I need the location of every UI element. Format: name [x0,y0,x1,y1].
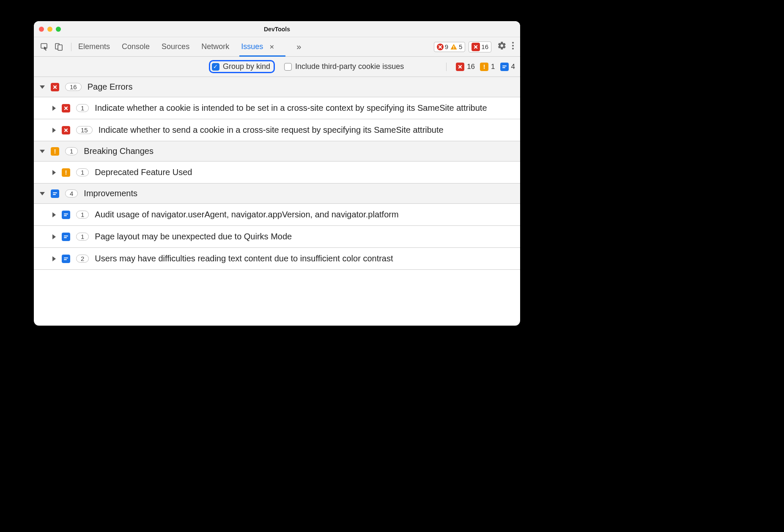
group-title: Improvements [84,189,137,198]
warning-chat-icon: ! [480,63,488,71]
include-third-party-checkbox[interactable]: Include third-party cookie issues [282,61,407,72]
titlebar: DevTools [34,21,520,37]
warning-chat-icon: ! [62,168,70,177]
expand-arrow-icon [40,85,45,89]
info-chat-icon [500,63,509,71]
more-options-icon[interactable] [512,41,514,52]
tab-sources[interactable]: Sources [162,38,189,55]
issue-row[interactable]: 15 Indicate whether to send a cookie in … [34,119,520,141]
tab-issues[interactable]: Issues ✕ [241,38,274,55]
panel-tabs: Elements Console Sources Network Issues … [78,38,299,55]
error-chat-icon [456,63,464,71]
issue-count: 15 [76,126,93,134]
issue-count: 1 [76,233,89,241]
tab-network[interactable]: Network [201,38,229,55]
svg-point-9 [512,42,514,44]
issue-row[interactable]: ! 1 Deprecated Feature Used [34,162,520,184]
issue-row[interactable]: 1 Indicate whether a cookie is intended … [34,97,520,119]
issue-text: Deprecated Feature Used [95,167,514,178]
close-window-button[interactable] [39,27,44,32]
issues-filter-bar: ✓ Group by kind Include third-party cook… [34,57,520,77]
filter-info-count[interactable]: 4 [500,63,515,71]
issue-text: Audit usage of navigator.userAgent, navi… [95,209,514,220]
group-title: Page Errors [88,82,133,92]
group-count: 4 [65,189,78,197]
device-toggle-icon[interactable] [52,41,65,53]
group-title: Breaking Changes [84,146,154,156]
main-toolbar: Elements Console Sources Network Issues … [34,37,520,57]
issues-count-badge[interactable]: 16 [469,41,491,52]
issue-text: Indicate whether a cookie is intended to… [95,102,514,114]
svg-point-11 [512,48,514,49]
issue-count: 1 [76,104,89,112]
svg-rect-6 [453,48,454,49]
info-chat-icon [62,211,70,219]
group-header-page-errors[interactable]: 16 Page Errors [34,77,520,97]
warning-chat-icon: ! [51,147,59,156]
maximize-window-button[interactable] [56,27,61,32]
group-by-kind-label: Group by kind [223,62,270,71]
console-status-badge[interactable]: 9 5 [434,42,466,52]
group-header-breaking-changes[interactable]: ! 1 Breaking Changes [34,141,520,162]
issue-text: Indicate whether to send a cookie in a c… [99,124,514,136]
more-tabs-icon[interactable]: » [296,42,299,52]
svg-rect-2 [58,45,62,50]
issue-count: 1 [76,168,89,176]
svg-rect-5 [453,46,454,48]
issues-list: 16 Page Errors 1 Indicate whether a cook… [34,77,520,326]
error-chat-icon [51,83,59,91]
expand-arrow-icon [52,170,56,175]
error-count: 9 [445,43,448,50]
error-circle-icon [437,44,444,50]
error-chat-icon [62,104,70,112]
issue-row[interactable]: 1 Audit usage of navigator.userAgent, na… [34,204,520,226]
checkbox-unchecked-icon [284,63,292,71]
expand-arrow-icon [52,212,56,217]
issue-text: Users may have difficulties reading text… [95,253,514,264]
warning-triangle-icon [450,43,458,51]
info-chat-icon [51,189,59,198]
issue-count: 2 [76,255,89,263]
issues-error-count: 16 [481,43,488,50]
include-third-party-label: Include third-party cookie issues [295,62,404,71]
window-controls [39,27,61,32]
tab-issues-label: Issues [241,42,263,51]
filter-error-count[interactable]: 16 [456,63,475,71]
tab-console[interactable]: Console [122,38,150,55]
inspect-element-icon[interactable] [38,41,51,53]
devtools-window: DevTools Elements Console Sources Networ… [34,21,520,326]
group-count: 1 [65,147,78,155]
separator [71,43,71,51]
issue-row[interactable]: 2 Users may have difficulties reading te… [34,248,520,270]
expand-arrow-icon [52,128,56,133]
svg-point-10 [512,45,514,47]
issue-row[interactable]: 1 Page layout may be unexpected due to Q… [34,226,520,248]
info-chat-icon [62,233,70,241]
expand-arrow-icon [40,192,45,195]
group-by-kind-checkbox[interactable]: ✓ Group by kind [209,60,275,73]
minimize-window-button[interactable] [47,27,52,32]
expand-arrow-icon [40,150,45,153]
filter-warning-count[interactable]: ! 1 [480,63,495,71]
checkbox-checked-icon: ✓ [212,63,219,71]
issue-count: 1 [76,211,89,219]
expand-arrow-icon [52,256,56,261]
window-title: DevTools [34,26,520,33]
tab-elements[interactable]: Elements [78,38,110,55]
issue-text: Page layout may be unexpected due to Qui… [95,231,514,242]
settings-icon[interactable] [497,41,507,52]
info-chat-icon [62,255,70,263]
expand-arrow-icon [52,106,56,111]
expand-arrow-icon [52,234,56,239]
error-square-icon [471,43,480,51]
close-tab-icon[interactable]: ✕ [269,44,274,50]
warning-count: 5 [459,43,462,50]
error-chat-icon [62,126,70,134]
group-count: 16 [65,83,82,91]
group-header-improvements[interactable]: 4 Improvements [34,184,520,204]
separator [446,63,447,71]
